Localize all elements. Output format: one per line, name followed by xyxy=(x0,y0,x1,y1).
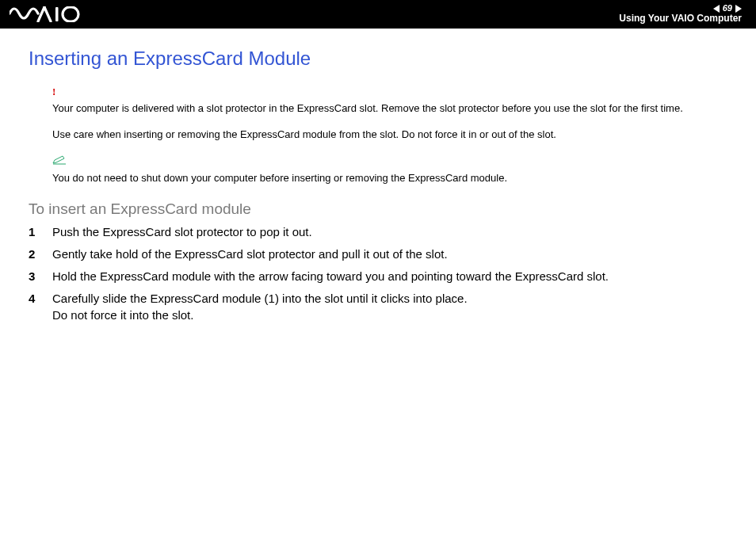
step-item: 3 Hold the ExpressCard module with the a… xyxy=(29,269,729,284)
vaio-logo xyxy=(10,6,81,23)
step-text: Push the ExpressCard slot protector to p… xyxy=(52,224,729,240)
step-number: 4 xyxy=(29,291,52,323)
page-title: Inserting an ExpressCard Module xyxy=(29,48,729,70)
nav-prev-icon[interactable] xyxy=(713,5,720,13)
step-item: 1 Push the ExpressCard slot protector to… xyxy=(29,224,729,240)
content-area: Inserting an ExpressCard Module ! Your c… xyxy=(0,29,756,323)
warning-block: ! Your computer is delivered with a slot… xyxy=(29,84,729,143)
note-text: You do not need to shut down your comput… xyxy=(52,170,729,186)
warning-icon: ! xyxy=(52,84,729,100)
svg-line-1 xyxy=(44,7,51,21)
step-number: 1 xyxy=(29,224,52,240)
procedure-subhead: To insert an ExpressCard module xyxy=(29,200,729,218)
procedure-steps: 1 Push the ExpressCard slot protector to… xyxy=(29,224,729,323)
vaio-logo-svg xyxy=(10,6,81,22)
step-number: 2 xyxy=(29,246,52,262)
page-number: 69 xyxy=(723,4,732,13)
warning-text-2: Use care when inserting or removing the … xyxy=(52,127,729,143)
section-name: Using Your VAIO Computer xyxy=(619,13,742,24)
page-nav: 69 xyxy=(619,4,742,13)
svg-rect-3 xyxy=(63,7,78,21)
warning-text-1: Your computer is delivered with a slot p… xyxy=(52,101,729,116)
step-number: 3 xyxy=(29,269,52,284)
note-block: You do not need to shut down your comput… xyxy=(29,154,729,186)
step-item: 4 Carefully slide the ExpressCard module… xyxy=(29,291,729,323)
step-text: Carefully slide the ExpressCard module (… xyxy=(52,291,729,323)
step-text: Hold the ExpressCard module with the arr… xyxy=(52,269,729,284)
step-item: 2 Gently take hold of the ExpressCard sl… xyxy=(29,246,729,262)
step-text: Gently take hold of the ExpressCard slot… xyxy=(52,246,729,262)
header-right: 69 Using Your VAIO Computer xyxy=(619,4,742,24)
header-bar: 69 Using Your VAIO Computer xyxy=(0,0,756,29)
svg-rect-2 xyxy=(55,7,59,21)
nav-next-icon[interactable] xyxy=(735,5,742,13)
note-pencil-icon xyxy=(52,154,67,170)
